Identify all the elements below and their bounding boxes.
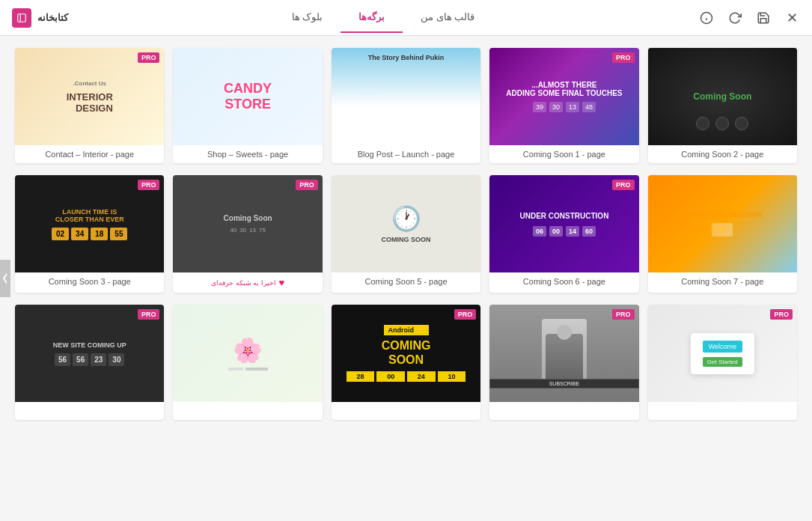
template-label: Shop – Sweets - page [173, 145, 322, 163]
tab-templates[interactable]: برگه‌ها [341, 2, 403, 33]
template-label: Blog Post – Launch - page [332, 145, 480, 163]
template-card-blog-post[interactable]: The Story Behind Pukin Blog Post – Launc… [332, 48, 480, 163]
template-label: Coming Soon 5 - page [332, 272, 480, 290]
app-window: ✕ [0, 0, 812, 521]
template-card-coming-soon-3[interactable]: PRO LAUNCH TIME ISCLOSER THAN EVER 55 18… [15, 175, 164, 293]
template-card-coming-soon-2[interactable]: Coming Soon Coming Soon 2 - page [648, 48, 797, 163]
template-card-coming-soon-7[interactable]: UNDER CONSTRUCTION ⚡ Coming Soon 7 - pag… [648, 175, 797, 293]
template-thumb: CANDYSTORE [173, 48, 322, 145]
template-label [648, 402, 797, 420]
save-icon[interactable] [755, 10, 772, 26]
template-label [489, 402, 638, 420]
info-icon[interactable] [698, 10, 715, 26]
template-card-model[interactable]: PRO SUBSCRIBE [489, 305, 638, 420]
top-bar-right: کتابخانه [12, 8, 68, 28]
top-bar: ✕ [0, 0, 812, 36]
thumb-text: Coming Soon [693, 91, 751, 102]
pro-badge: PRO [296, 180, 318, 190]
template-label: ♥ اخیرا به شبکه حرفه‌ای [173, 272, 322, 293]
pro-badge: PRO [770, 309, 793, 320]
countdown: 60 14 00 06 [533, 226, 596, 237]
tab-bar: قالب های من برگه‌ها بلوک ها [274, 2, 493, 33]
template-grid-row-3: PRO Welcome Get Started PRO SU [15, 305, 797, 420]
template-card-coming-soon-pro[interactable]: PRO Coming Soon 75 13 30 40 ♥ اخیرا به ش… [173, 175, 322, 293]
template-label: Coming Soon 2 - page [648, 145, 797, 163]
scroll-left-handle[interactable] [0, 260, 10, 297]
template-label [15, 402, 164, 420]
template-thumb: UNDER CONSTRUCTION ⚡ [648, 175, 797, 272]
template-grid-row-2: UNDER CONSTRUCTION ⚡ Coming Soon 7 - pag… [15, 175, 797, 293]
template-label: Coming Soon 3 - page [15, 272, 164, 290]
svg-rect-3 [18, 13, 26, 22]
heart-icon[interactable]: ♥ [279, 277, 285, 288]
pro-badge: PRO [454, 309, 477, 320]
template-card-flowers[interactable]: 🌸 [173, 305, 322, 420]
pro-badge: PRO [138, 180, 160, 190]
template-card-coming-soon-yellow[interactable]: PRO ⚡ Android COMINGSOON 10 24 00 28 [332, 305, 480, 420]
template-label: Coming Soon 1 - page [489, 145, 638, 163]
elementor-icon [12, 8, 31, 28]
template-thumb: 🕐 COMING SOON [332, 175, 480, 272]
pro-badge: PRO [612, 52, 635, 63]
pro-badge: PRO [612, 180, 635, 190]
template-grid-row-1: Coming Soon Coming Soon 2 - page PRO ALM… [15, 48, 797, 163]
close-icon[interactable]: ✕ [784, 10, 800, 26]
template-label: Coming Soon 6 - page [489, 272, 638, 290]
template-thumb: 🌸 [173, 305, 322, 402]
content-area: Coming Soon Coming Soon 2 - page PRO ALM… [0, 36, 812, 521]
library-label: کتابخانه [37, 12, 68, 23]
template-label: Contact – Interior - page [15, 145, 164, 163]
pro-badge: PRO [138, 52, 160, 63]
template-card-coming-soon-5[interactable]: 🕐 COMING SOON Coming Soon 5 - page [332, 175, 480, 293]
template-card-contact-interior[interactable]: PRO Contact Us. INTERIORDESIGN Contact –… [15, 48, 164, 163]
template-label [173, 402, 322, 420]
countdown: 48 13 30 39 [533, 102, 596, 112]
template-card-coming-soon-1[interactable]: PRO ALMOST THERE...ADDING SOME FINAL TOU… [489, 48, 638, 163]
template-label [332, 402, 480, 420]
refresh-icon[interactable] [727, 10, 743, 26]
template-card-shop-sweets[interactable]: CANDYSTORE Shop – Sweets - page [173, 48, 322, 163]
pro-badge: PRO [138, 309, 160, 320]
template-card-welcome[interactable]: PRO Welcome Get Started [648, 305, 797, 420]
template-thumb: The Story Behind Pukin [332, 48, 480, 145]
template-thumb: Coming Soon [648, 48, 797, 145]
template-card-new-site[interactable]: PRO NEW SITE COMING UP 30 23 56 56 [15, 305, 164, 420]
tab-blocks[interactable]: بلوک ها [274, 2, 341, 33]
top-bar-left: ✕ [698, 10, 800, 26]
pro-badge: PRO [612, 309, 635, 320]
tab-my-templates[interactable]: قالب های من [403, 2, 492, 33]
template-label: Coming Soon 7 - page [648, 272, 797, 290]
template-card-coming-soon-6[interactable]: PRO UNDER CONSTRUCTION 60 14 00 06 Comin… [489, 175, 638, 293]
